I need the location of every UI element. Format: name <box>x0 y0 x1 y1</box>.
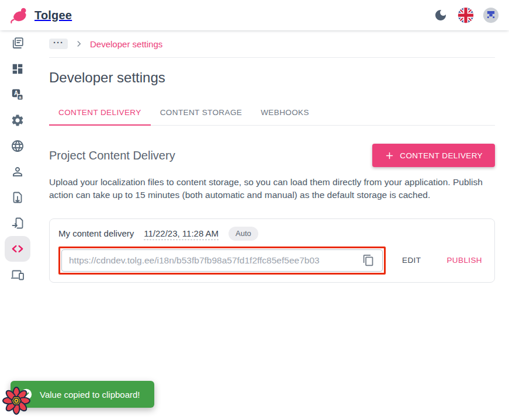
flower-cursor-icon <box>1 386 32 416</box>
user-menu[interactable] <box>482 6 500 24</box>
plus-icon <box>385 151 394 161</box>
delivery-url-input[interactable] <box>69 255 359 266</box>
tab-bar: CONTENT DELIVERY CONTENT STORAGE WEBHOOK… <box>49 99 495 126</box>
section-description: Upload your localization files to conten… <box>49 176 495 202</box>
translations-icon: A a <box>11 88 25 102</box>
breadcrumb-divider <box>49 57 495 58</box>
sidebar-item-settings[interactable] <box>5 107 30 133</box>
content-delivery-card: My content delivery 11/22/23, 11:28 AM A… <box>49 218 495 283</box>
sidebar-item-export[interactable] <box>5 185 30 210</box>
page-title: Developer settings <box>49 70 495 86</box>
toast-message: Value copied to clipboard! <box>40 390 140 400</box>
delivery-published-timestamp[interactable]: 11/22/23, 11:28 AM <box>144 228 219 238</box>
highlight-box <box>58 247 386 275</box>
languages-icon <box>11 139 25 153</box>
sidebar-item-members[interactable] <box>5 159 30 185</box>
copy-icon <box>362 254 375 266</box>
breadcrumb-current-link[interactable]: Developer settings <box>90 39 162 49</box>
dark-mode-toggle[interactable] <box>432 6 449 24</box>
import-icon <box>11 216 25 230</box>
copy-url-button[interactable] <box>359 251 378 270</box>
top-bar: Tolgee <box>0 0 509 30</box>
delivery-item-actions-row: EDIT PUBLISH <box>58 247 486 275</box>
uk-flag-icon <box>458 7 474 23</box>
section-title: Project Content Delivery <box>49 149 175 162</box>
dashboard-icon <box>11 63 24 75</box>
avatar-identicon <box>483 7 499 23</box>
delivery-url-field[interactable] <box>61 249 383 272</box>
sidebar: A a <box>0 30 35 420</box>
tolgee-logo-icon <box>9 5 29 25</box>
toast-notification: Value copied to clipboard! <box>11 381 154 408</box>
auto-badge: Auto <box>228 227 258 241</box>
sidebar-item-projects[interactable] <box>5 30 30 56</box>
tab-webhooks[interactable]: WEBHOOKS <box>251 99 318 126</box>
integrate-icon <box>11 268 25 282</box>
sidebar-item-integrate[interactable] <box>5 262 30 287</box>
breadcrumb: ··· Developer settings <box>49 30 495 57</box>
tab-content-storage[interactable]: CONTENT STORAGE <box>151 99 252 126</box>
moon-icon <box>434 8 448 22</box>
add-button-label: CONTENT DELIVERY <box>400 151 483 160</box>
developer-settings-icon <box>10 241 25 256</box>
settings-icon <box>11 113 25 127</box>
tab-content-delivery[interactable]: CONTENT DELIVERY <box>49 99 151 126</box>
tolgee-home-link[interactable]: Tolgee <box>9 5 72 25</box>
edit-button[interactable]: EDIT <box>399 251 424 269</box>
main-content: ··· Developer settings Developer setting… <box>49 30 495 283</box>
topbar-actions <box>432 6 500 24</box>
sidebar-item-languages[interactable] <box>5 133 30 159</box>
sidebar-item-dashboard[interactable] <box>5 56 30 82</box>
members-icon <box>11 165 25 179</box>
sidebar-item-translations[interactable]: A a <box>5 82 30 107</box>
brand-name: Tolgee <box>34 9 72 22</box>
chevron-right-icon <box>75 40 83 48</box>
language-selector[interactable] <box>457 6 475 24</box>
sidebar-item-import[interactable] <box>5 210 30 236</box>
projects-icon <box>11 36 25 50</box>
sidebar-item-developer-settings[interactable] <box>5 236 30 262</box>
export-icon <box>11 190 25 204</box>
add-content-delivery-button[interactable]: CONTENT DELIVERY <box>372 144 495 167</box>
breadcrumb-collapse-button[interactable]: ··· <box>49 39 68 49</box>
delivery-item-header: My content delivery 11/22/23, 11:28 AM A… <box>58 225 486 242</box>
publish-button[interactable]: PUBLISH <box>443 251 486 269</box>
delivery-item-name: My content delivery <box>58 228 134 238</box>
section-header: Project Content Delivery CONTENT DELIVER… <box>49 144 495 167</box>
